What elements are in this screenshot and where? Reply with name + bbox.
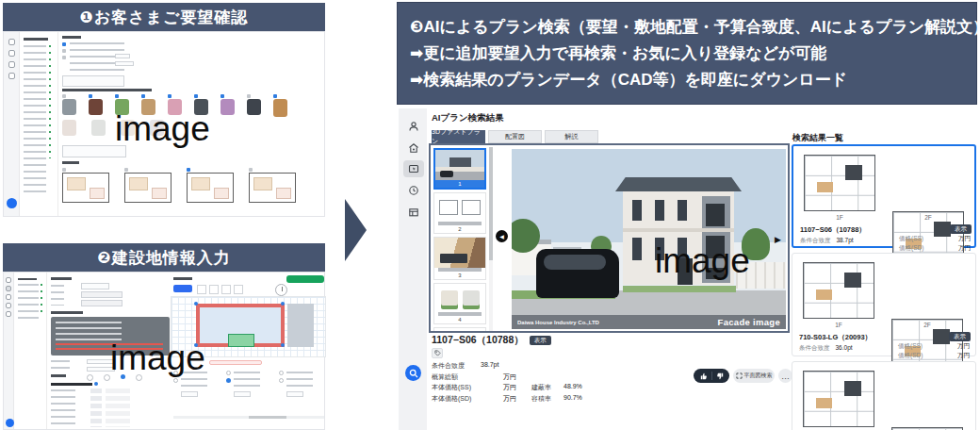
stat-label: 本体価格(SD) (432, 394, 481, 404)
value-input[interactable] (286, 391, 303, 397)
plan-search-button[interactable]: 平面図検索 (733, 369, 775, 383)
item-dresser[interactable] (273, 94, 287, 117)
card-prices: 価格(SS)万円 価格(SD)万円 (898, 342, 970, 360)
small-input[interactable] (115, 54, 130, 58)
option-labels (234, 372, 260, 387)
site-icon[interactable] (6, 286, 11, 291)
history-icon[interactable] (6, 303, 11, 308)
draw-button[interactable] (173, 285, 192, 292)
ldk-plan-option[interactable] (124, 168, 172, 203)
storage-box-icon[interactable] (407, 206, 420, 219)
step1-image-placeholder: image (115, 111, 210, 146)
tab-description[interactable]: 解説 (545, 130, 598, 143)
tool-button[interactable] (209, 285, 219, 294)
result-card-1[interactable]: 1F 2F 1107−S06（10788） 条件合致度 38.7pt 表示 価格… (792, 144, 976, 248)
item-shoes[interactable] (89, 94, 103, 117)
radio[interactable] (104, 374, 110, 381)
thumbnail-1-image (435, 150, 484, 180)
menu-items-lines[interactable] (18, 284, 39, 323)
radio[interactable] (279, 378, 284, 383)
item-faded[interactable] (62, 120, 76, 136)
ldk-plan-option[interactable] (62, 168, 109, 203)
tab-layout[interactable]: 配置図 (488, 130, 542, 143)
thumbnail-4[interactable]: 4 (433, 283, 486, 324)
card-match-row: 条件合致度 38.7pt (800, 237, 854, 245)
handle[interactable] (281, 343, 285, 347)
app-sidebar (399, 108, 427, 430)
thumbnail-1-selected[interactable]: 1 (433, 148, 486, 190)
thumb-scrollbar-thumb[interactable] (489, 147, 493, 260)
thumb-down-button[interactable] (716, 372, 724, 380)
checkbox-list-lines[interactable] (70, 42, 124, 76)
tab-3d-fast-plan[interactable]: 3Dファストプラン (432, 130, 485, 143)
value-input[interactable] (234, 391, 251, 397)
storage-icon[interactable] (8, 73, 15, 79)
card3-plan-1f (803, 371, 874, 427)
next-arrow-button[interactable]: ▶ (775, 236, 781, 244)
ldk-plan-option[interactable] (249, 168, 296, 203)
tool-button[interactable] (234, 285, 243, 294)
room-labels (51, 389, 75, 427)
search-fab[interactable] (405, 365, 421, 381)
checkbox-checked[interactable] (62, 42, 66, 46)
h-scrollbar-thumb[interactable] (249, 416, 286, 419)
radio-selected[interactable] (226, 378, 231, 383)
user-icon[interactable] (6, 277, 11, 283)
home-icon[interactable] (8, 50, 15, 57)
menu-items-lines[interactable] (24, 45, 46, 196)
h-scrollbar[interactable] (173, 416, 324, 419)
result-card-3-partial[interactable] (792, 361, 976, 430)
car (536, 249, 619, 298)
free-text-area[interactable] (62, 75, 124, 87)
small-input[interactable] (115, 61, 134, 66)
value-input[interactable] (181, 391, 198, 397)
thumb-up-button[interactable] (700, 372, 708, 380)
notice-lines (56, 322, 122, 340)
checkbox[interactable] (62, 49, 66, 53)
search-fab-icon[interactable] (7, 198, 17, 208)
thumbnail-2[interactable]: 2 (433, 192, 486, 234)
ldk-plan-options (62, 168, 317, 203)
result-card-2[interactable]: 1F 2F 710-S03-LG（20093） 条件合致度 36.0pt 表示 … (792, 253, 976, 356)
radio[interactable] (87, 374, 93, 381)
user-icon[interactable] (8, 39, 15, 45)
radio[interactable] (226, 371, 231, 375)
option-group (226, 371, 271, 412)
plan-search-icon[interactable] (407, 162, 420, 175)
thumbnail-3[interactable]: 3 (433, 237, 486, 280)
plan-icon[interactable] (6, 294, 11, 300)
select-field[interactable] (81, 283, 109, 289)
history-clock-icon[interactable] (407, 184, 420, 197)
info-icon[interactable] (94, 382, 98, 386)
thumbnail-number: 2 (434, 225, 485, 233)
plan-icon[interactable] (8, 61, 15, 68)
search-fab-icon[interactable] (6, 419, 14, 427)
item-bicycle[interactable] (62, 94, 76, 117)
stat-value: 万円 (481, 372, 516, 382)
handle[interactable] (194, 302, 198, 306)
room-size-inputs[interactable] (106, 389, 130, 427)
more-ellipsis-icon: … (781, 372, 790, 381)
storage-icon[interactable] (6, 311, 11, 317)
thumbnail-5[interactable] (433, 327, 486, 333)
user-icon[interactable] (407, 120, 420, 133)
checkbox[interactable] (62, 56, 66, 59)
ldk-plan-option-selected[interactable] (187, 168, 234, 203)
input-field[interactable] (81, 300, 122, 306)
item-appliance[interactable] (247, 94, 261, 117)
prev-arrow-button[interactable]: ◀ (496, 230, 508, 242)
input-field[interactable] (81, 291, 122, 298)
home-person-icon[interactable] (407, 141, 420, 155)
item-hobby[interactable] (220, 94, 235, 117)
radio[interactable] (173, 378, 178, 383)
item-faded[interactable] (91, 120, 106, 136)
room-count-inputs[interactable] (90, 389, 102, 427)
tag-button[interactable] (432, 348, 443, 358)
handle[interactable] (281, 302, 285, 306)
tool-button[interactable] (197, 285, 206, 294)
thumb-scrollbar[interactable] (489, 147, 493, 331)
more-button[interactable]: … (778, 369, 792, 383)
radio[interactable] (279, 371, 284, 375)
tool-button[interactable] (221, 285, 231, 294)
garage-block[interactable] (228, 334, 254, 347)
